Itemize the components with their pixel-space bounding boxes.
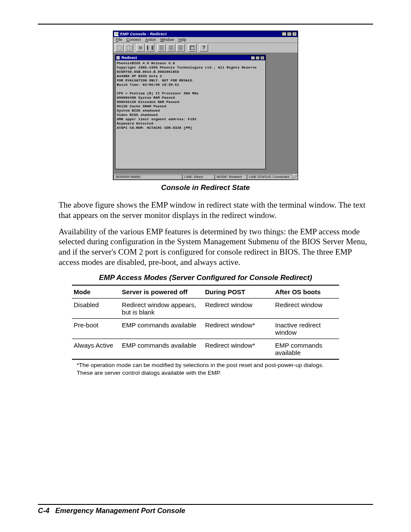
term-line: Video BIOS shadowed — [117, 113, 264, 117]
app-icon — [114, 32, 118, 36]
toolbar-btn-2[interactable] — [125, 44, 133, 52]
term-line: CPU = Pentium (R) II Processor 300 MHz — [117, 91, 264, 96]
toolbar-btn-6[interactable] — [167, 44, 175, 52]
menu-file[interactable]: File — [116, 38, 122, 42]
toolbar-btn-9[interactable]: ? — [199, 44, 208, 52]
cell: Redirect window appears, but is blank — [120, 298, 203, 318]
th-post: During POST — [203, 285, 274, 299]
status-server-name: SERVER NAME: — [113, 174, 182, 180]
app-title: EMP Console - Redirect — [120, 32, 282, 36]
gear2-icon — [126, 45, 131, 50]
chip-icon — [190, 46, 194, 50]
cell: Redirect window* — [203, 339, 274, 359]
term-line: Keyboard Detected — [117, 121, 264, 126]
cell: EMP commands available — [120, 318, 203, 339]
cell: Inactive redirect window — [274, 318, 339, 339]
cell: Always Active — [72, 339, 120, 359]
term-line: NIGHTS0.86B.0014.B.9802061855 — [117, 70, 264, 74]
page-footer: C-4 Emergency Management Port Console — [38, 504, 373, 515]
subwindow-title: Redirect — [121, 56, 251, 60]
term-line: System BIOS shadowed — [117, 109, 264, 113]
term-line: UMB upper limit segment address: F192 — [117, 117, 264, 121]
app-titlebar[interactable]: EMP Console - Redirect _ □ × — [113, 31, 298, 37]
table-header-row: Mode Server is powered off During POST A… — [72, 285, 339, 299]
term-line: PhoenixBIOS 4.0 Release 6.0 — [117, 61, 264, 65]
bars-icon — [159, 46, 164, 50]
statusbar: SERVER NAME: LINE: Direct MODE: Redirect… — [113, 174, 298, 180]
cell: EMP commands available — [120, 339, 203, 359]
menu-action[interactable]: Action — [145, 38, 156, 42]
term-line: Copyright 1985-1998 Phoenix Technologies… — [117, 65, 264, 70]
status-line: LINE: Direct — [182, 174, 215, 180]
sub-minimize-button[interactable]: _ — [251, 56, 255, 60]
subwindow-icon — [116, 56, 120, 59]
footnote-line: These are server control dialogs availab… — [77, 369, 344, 377]
table-caption: EMP Access Modes (Server Configured for … — [38, 274, 373, 282]
table-row: Pre-boot EMP commands available Redirect… — [72, 318, 339, 339]
cell: EMP commands available — [274, 339, 339, 359]
paragraph: The above figure shows the EMP window in… — [59, 200, 373, 221]
menu-window[interactable]: Window — [160, 38, 174, 42]
term-line: FOR EVALUATION ONLY. NOT FOR RESALE. — [117, 78, 264, 83]
paragraph: Availability of the various EMP features… — [59, 227, 373, 268]
body-text: The above figure shows the EMP window in… — [59, 200, 373, 268]
th-after: After OS boots — [274, 285, 339, 299]
redirect-window[interactable]: Redirect _ □ × PhoenixBIOS 4.0 Release 6… — [115, 55, 266, 169]
page-number: C-4 — [38, 507, 50, 514]
page-top-rule — [38, 24, 373, 25]
bars-icon — [178, 46, 183, 50]
th-off: Server is powered off — [120, 285, 203, 299]
maximize-button[interactable]: □ — [287, 32, 292, 36]
toolbar-btn-7[interactable] — [176, 44, 185, 52]
term-line: 0512K Cache SRAM Passed — [117, 104, 264, 109]
cell: Redirect window — [274, 298, 339, 318]
term-line: A440BX DP BIOS beta 2 — [117, 74, 264, 78]
screenshot: EMP Console - Redirect _ □ × File Connec… — [113, 31, 298, 180]
toolbar-btn-1[interactable] — [115, 44, 124, 52]
status-mode: MODE: Redirect — [215, 174, 247, 180]
mdi-area: Redirect _ □ × PhoenixBIOS 4.0 Release 6… — [113, 53, 298, 174]
help-icon: ? — [202, 46, 205, 50]
table-row: Disabled Redirect window appears, but is… — [72, 298, 339, 318]
footer-title: Emergency Management Port Console — [55, 507, 185, 514]
table-row: Always Active EMP commands available Red… — [72, 339, 339, 359]
th-mode: Mode — [72, 285, 120, 299]
cell: Redirect window — [203, 298, 274, 318]
minimize-button[interactable]: _ — [282, 32, 286, 36]
status-line-status: LINE STATUS: Connected — [247, 174, 293, 180]
toolbar-btn-3[interactable] — [136, 44, 145, 52]
toolbar-btn-5[interactable] — [157, 44, 166, 52]
cell: Disabled — [72, 298, 120, 318]
close-button[interactable]: × — [292, 32, 297, 36]
figure-caption: Console in Redirect State — [38, 184, 373, 192]
term-line: ATAPI CD-ROM: HITACHI CDR-8330 [PM] — [117, 126, 264, 130]
menu-connect[interactable]: Connect — [127, 38, 141, 42]
gear-icon — [117, 45, 122, 50]
cell: Pre-boot — [72, 318, 120, 339]
table-footnote: *The operation mode can be modified by s… — [67, 361, 344, 377]
terminal-output: PhoenixBIOS 4.0 Release 6.0 Copyright 19… — [115, 60, 265, 169]
dot-icon — [139, 46, 142, 50]
term-line — [117, 87, 264, 91]
menubar[interactable]: File Connect Action Window Help — [113, 37, 298, 43]
subwindow-titlebar[interactable]: Redirect _ □ × — [115, 55, 265, 60]
footnote-line: *The operation mode can be modified by s… — [77, 361, 344, 369]
resize-grip-icon[interactable] — [293, 174, 298, 180]
term-line: 00000640K System RAM Passed — [117, 96, 264, 100]
toolbar-btn-8[interactable] — [188, 44, 196, 52]
term-line: 00064512K Extended RAM Passed — [117, 100, 264, 104]
access-modes-table: Mode Server is powered off During POST A… — [72, 285, 339, 360]
pause-icon — [147, 46, 153, 50]
menu-help[interactable]: Help — [178, 38, 187, 42]
cell: Redirect window* — [203, 318, 274, 339]
toolbar-btn-4[interactable] — [146, 44, 154, 52]
toolbar: ? — [113, 43, 298, 53]
sub-maximize-button[interactable]: □ — [255, 56, 260, 60]
sub-close-button[interactable]: × — [260, 56, 265, 60]
bars-icon — [169, 46, 173, 50]
term-line: Build Time: 02/06/98 18:39:51 — [117, 83, 264, 87]
